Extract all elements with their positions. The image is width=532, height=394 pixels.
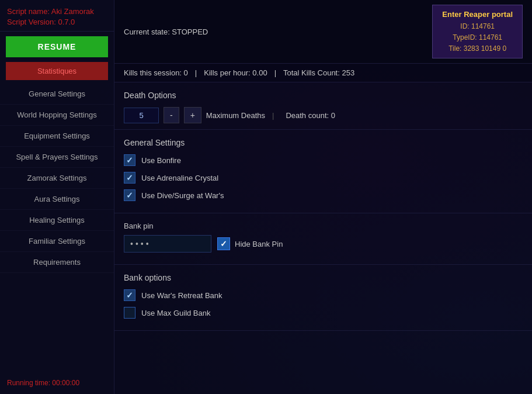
kills-sep-2: | — [274, 68, 276, 77]
use-dive-surge-row: Use Dive/Surge at War's — [124, 189, 523, 201]
sidebar: Script name: Aki Zamorak Script Version:… — [0, 0, 114, 394]
sidebar-item-healing[interactable]: Healing Settings — [0, 210, 114, 231]
kills-session: Kills this session: 0 — [124, 68, 188, 77]
current-state: Current state: STOPPED — [124, 27, 208, 36]
bank-pin-title: Bank pin — [124, 222, 523, 230]
hide-pin-row: Hide Bank Pin — [217, 237, 283, 250]
top-bar: Current state: STOPPED Enter Reaper port… — [114, 0, 532, 64]
general-settings-section: General Settings Use Bonfire Use Adrenal… — [114, 130, 532, 213]
portal-type-id: TypeID: 114761 — [442, 32, 513, 43]
death-options-row: - + Maximum Deaths | Death count: 0 — [124, 107, 523, 123]
sidebar-item-zamorak[interactable]: Zamorak Settings — [0, 168, 114, 189]
bank-pin-row: Hide Bank Pin — [124, 235, 523, 253]
use-wars-retreat-bank-checkbox[interactable] — [124, 289, 135, 301]
hide-pin-checkbox[interactable] — [217, 237, 230, 250]
death-options-section: Death Options - + Maximum Deaths | Death… — [114, 82, 532, 130]
sidebar-item-general-settings[interactable]: General Settings — [0, 84, 114, 105]
portal-info: Enter Reaper portal ID: 114761 TypeID: 1… — [432, 5, 523, 58]
max-deaths-input[interactable] — [124, 108, 159, 123]
kills-bar: Kills this session: 0 | Kills per hour: … — [114, 64, 532, 82]
portal-tile: Tile: 3283 10149 0 — [442, 43, 513, 54]
bank-pin-section: Bank pin Hide Bank Pin — [114, 213, 532, 265]
use-adrenaline-crystal-row: Use Adrenaline Crystal — [124, 172, 523, 184]
use-wars-retreat-bank-label: Use War's Retreat Bank — [141, 291, 222, 300]
general-settings-title: General Settings — [124, 138, 523, 147]
hide-pin-label: Hide Bank Pin — [235, 240, 283, 248]
max-deaths-label: Maximum Deaths — [206, 111, 265, 120]
death-count: Death count: 0 — [286, 111, 335, 120]
use-bonfire-checkbox[interactable] — [124, 154, 135, 166]
script-info: Script name: Aki Zamorak Script Version:… — [0, 0, 114, 32]
bank-pin-input[interactable] — [124, 235, 211, 253]
running-time: Running time: 00:00:00 — [0, 372, 114, 394]
statistics-button[interactable]: Statistiques — [6, 62, 108, 80]
use-bonfire-row: Use Bonfire — [124, 154, 523, 166]
deaths-plus-button[interactable]: + — [184, 107, 201, 123]
main-content: Current state: STOPPED Enter Reaper port… — [114, 0, 532, 394]
sidebar-item-spell-prayers[interactable]: Spell & Prayers Settings — [0, 147, 114, 168]
use-dive-surge-label: Use Dive/Surge at War's — [141, 191, 224, 200]
portal-id: ID: 114761 — [442, 21, 513, 32]
death-sep: | — [272, 111, 274, 120]
deaths-minus-button[interactable]: - — [164, 107, 179, 123]
sidebar-item-requirements[interactable]: Requirements — [0, 252, 114, 273]
sidebar-item-world-hopping[interactable]: World Hopping Settings — [0, 105, 114, 126]
use-max-guild-bank-checkbox[interactable] — [124, 307, 135, 319]
sidebar-item-aura[interactable]: Aura Settings — [0, 189, 114, 210]
bank-options-title: Bank options — [124, 273, 523, 282]
use-max-guild-bank-row: Use Max Guild Bank — [124, 307, 523, 319]
use-max-guild-bank-label: Use Max Guild Bank — [141, 309, 211, 317]
use-bonfire-label: Use Bonfire — [141, 156, 181, 165]
use-adrenaline-crystal-checkbox[interactable] — [124, 172, 135, 184]
script-name: Script name: Aki Zamorak — [7, 6, 107, 18]
bank-options-section: Bank options Use War's Retreat Bank Use … — [114, 265, 532, 331]
sidebar-item-equipment[interactable]: Equipment Settings — [0, 126, 114, 147]
portal-title: Enter Reaper portal — [442, 9, 513, 21]
death-options-title: Death Options — [124, 91, 523, 100]
script-version: Script Version: 0.7.0 — [7, 18, 107, 26]
use-dive-surge-checkbox[interactable] — [124, 189, 135, 201]
resume-button[interactable]: RESUME — [6, 36, 108, 57]
total-kills: Total Kills Count: 253 — [283, 68, 354, 77]
kills-sep-1: | — [195, 68, 197, 77]
use-adrenaline-crystal-label: Use Adrenaline Crystal — [141, 174, 218, 182]
kills-per-hour: Kills per hour: 0.00 — [204, 68, 267, 77]
use-wars-retreat-bank-row: Use War's Retreat Bank — [124, 289, 523, 301]
sidebar-item-familiar[interactable]: Familiar Settings — [0, 231, 114, 252]
